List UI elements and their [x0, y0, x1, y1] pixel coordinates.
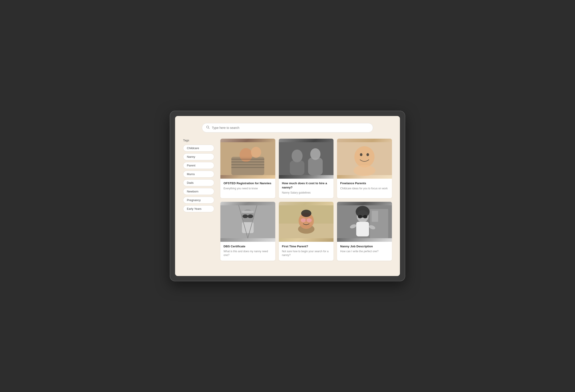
article-image-freelance — [337, 139, 392, 179]
svg-rect-7 — [231, 161, 264, 162]
svg-point-35 — [301, 218, 306, 222]
article-subtitle-freelance: Childcare ideas for you to focus on work — [340, 187, 389, 191]
svg-rect-13 — [290, 160, 304, 175]
svg-point-44 — [363, 215, 367, 218]
search-bar — [202, 123, 373, 132]
article-title-freelance: Freelance Parents — [340, 181, 389, 186]
article-card-hire-nanny[interactable]: How much does it cost to hire a nanny? N… — [279, 139, 334, 198]
article-image-ofsted — [220, 139, 275, 179]
tag-parent[interactable]: Parent — [183, 162, 214, 169]
svg-rect-10 — [279, 142, 334, 175]
article-body-dbs: DBS Certificate What is this and does my… — [220, 242, 275, 261]
article-image-first-time — [279, 202, 334, 242]
sidebar: Tags Childcare Nanny Parent Mums Dads Ne… — [183, 139, 214, 261]
svg-point-34 — [301, 210, 311, 217]
article-card-freelance[interactable]: Freelance Parents Childcare ideas for yo… — [337, 139, 392, 198]
article-image-dbs — [220, 202, 275, 242]
svg-point-42 — [356, 206, 369, 218]
article-subtitle-ofsted: Everything you need to know — [223, 187, 272, 191]
article-body-hire-nanny: How much does it cost to hire a nanny? N… — [279, 179, 334, 198]
article-title-ofsted: OFSTED Registration for Nannies — [223, 181, 272, 186]
search-input[interactable] — [212, 126, 369, 130]
sidebar-title: Tags — [183, 139, 214, 142]
svg-rect-9 — [231, 167, 264, 168]
device-frame: Tags Childcare Nanny Parent Mums Dads Ne… — [170, 111, 405, 281]
svg-point-24 — [242, 215, 248, 218]
article-body-ofsted: OFSTED Registration for Nannies Everythi… — [220, 179, 275, 194]
article-image-nanny-job — [337, 202, 392, 242]
svg-rect-37 — [305, 220, 307, 221]
svg-point-20 — [354, 165, 376, 176]
svg-rect-45 — [362, 216, 363, 217]
svg-rect-8 — [231, 164, 264, 165]
articles-grid: OFSTED Registration for Nannies Everythi… — [220, 139, 392, 261]
tag-pregnancy[interactable]: Pregnancy — [183, 197, 214, 204]
article-card-ofsted[interactable]: OFSTED Registration for Nannies Everythi… — [220, 139, 275, 198]
article-image-hire-nanny — [279, 139, 334, 179]
content-area: Tags Childcare Nanny Parent Mums Dads Ne… — [183, 139, 392, 261]
svg-point-17 — [354, 146, 374, 167]
article-body-nanny-job: Nanny Job Description How can I write th… — [337, 242, 392, 257]
svg-rect-46 — [356, 222, 369, 236]
tag-newborn[interactable]: Newborn — [183, 188, 214, 195]
tag-dads[interactable]: Dads — [183, 179, 214, 186]
article-subtitle-hire-nanny: Nanny Salary guidelines — [282, 191, 331, 195]
article-subtitle-nanny-job: How can I write the perfect one? — [340, 249, 389, 253]
svg-rect-6 — [231, 159, 264, 160]
article-title-dbs: DBS Certificate — [223, 245, 272, 249]
tag-mums[interactable]: Mums — [183, 171, 214, 177]
tags-list: Childcare Nanny Parent Mums Dads Newborn… — [183, 145, 214, 212]
svg-point-43 — [358, 215, 362, 218]
article-card-dbs[interactable]: DBS Certificate What is this and does my… — [220, 202, 275, 261]
svg-point-11 — [291, 149, 302, 162]
article-body-freelance: Freelance Parents Childcare ideas for yo… — [337, 179, 392, 194]
svg-point-4 — [240, 148, 252, 162]
article-subtitle-first-time: Not sure how to begin your search for a … — [282, 249, 331, 257]
svg-line-1 — [208, 128, 209, 129]
svg-rect-40 — [372, 211, 378, 221]
svg-point-18 — [360, 153, 363, 156]
article-card-nanny-job[interactable]: Nanny Job Description How can I write th… — [337, 202, 392, 261]
svg-rect-23 — [242, 211, 254, 213]
svg-rect-26 — [247, 216, 249, 216]
article-title-nanny-job: Nanny Job Description — [340, 245, 389, 249]
svg-rect-14 — [308, 158, 323, 175]
search-icon — [206, 125, 210, 130]
tag-childcare[interactable]: Childcare — [183, 145, 214, 151]
article-title-first-time: First Time Parent? — [282, 245, 331, 249]
screen: Tags Childcare Nanny Parent Mums Dads Ne… — [175, 116, 400, 276]
article-card-first-time[interactable]: First Time Parent? Not sure how to begin… — [279, 202, 334, 261]
tag-nanny[interactable]: Nanny — [183, 153, 214, 160]
svg-point-36 — [307, 218, 312, 222]
svg-point-5 — [251, 147, 261, 158]
article-body-first-time: First Time Parent? Not sure how to begin… — [279, 242, 334, 261]
article-subtitle-dbs: What is this and does my nanny need one? — [223, 249, 272, 257]
tag-early-years[interactable]: Early Years — [183, 205, 214, 212]
svg-point-19 — [367, 153, 369, 156]
article-title-hire-nanny: How much does it cost to hire a nanny? — [282, 181, 331, 190]
